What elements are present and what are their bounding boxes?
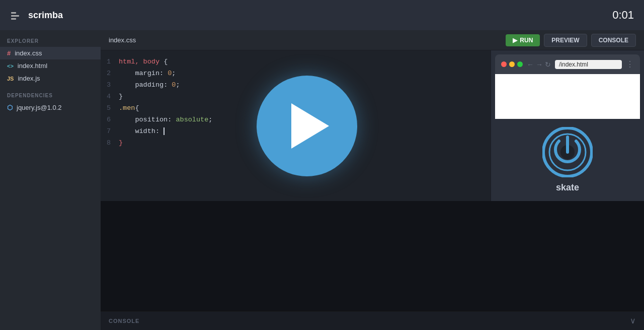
maximize-dot[interactable] (517, 61, 523, 67)
browser-content (495, 74, 640, 119)
sidebar-item-html[interactable]: <> index.html (0, 59, 101, 72)
skate-icon (542, 127, 593, 177)
back-icon[interactable]: ← (527, 60, 534, 69)
code-line: 1 html, body { (101, 56, 491, 68)
svg-rect-0 (11, 12, 16, 14)
console-bar[interactable]: CONSOLE ∨ (101, 311, 644, 330)
minimize-dot[interactable] (509, 61, 515, 67)
preview-panel: ← → ↻ /index.html ⋮ (491, 50, 644, 201)
browser-traffic-lights (501, 61, 523, 67)
play-triangle-icon (291, 103, 329, 149)
html-icon: <> (7, 63, 14, 69)
editor-preview-area: 1 html, body { 2 margin: 0; 3 padding: 0… (101, 50, 644, 201)
dependency-icon: ⬡ (7, 104, 13, 111)
timer: 0:01 (612, 9, 634, 22)
sidebar-dep-jquery[interactable]: ⬡ jquery.js@1.0.2 (0, 101, 101, 114)
scrimba-logo-icon (10, 8, 24, 22)
reload-icon[interactable]: ↻ (545, 60, 551, 69)
browser-url-bar[interactable]: /index.html (555, 60, 622, 69)
dependencies-label: DEPENDENCIES (0, 93, 101, 98)
sidebar-item-css[interactable]: # index.css (0, 47, 101, 59)
sidebar-file-js: index.js (18, 75, 40, 82)
logo: scrimba (10, 8, 63, 22)
preview-bottom: skate (491, 119, 644, 201)
console-button[interactable]: CONSOLE (591, 34, 636, 47)
file-tab[interactable]: index.css (109, 36, 136, 44)
editor-header: index.css ▶ RUN PREVIEW CONSOLE (101, 30, 644, 50)
main-layout: EXPLORER # index.css <> index.html JS in… (0, 30, 644, 330)
run-label: RUN (520, 37, 533, 44)
header: scrimba 0:01 (0, 0, 644, 30)
browser-chrome: ← → ↻ /index.html ⋮ (495, 54, 640, 74)
explorer-label: EXPLORER (0, 38, 101, 44)
close-dot[interactable] (501, 61, 507, 67)
browser-menu-icon[interactable]: ⋮ (626, 59, 634, 69)
browser-nav: ← → ↻ (527, 60, 551, 69)
svg-rect-2 (11, 18, 16, 20)
play-button[interactable] (257, 76, 357, 176)
sidebar-file-css: index.css (15, 49, 42, 57)
toolbar: ▶ RUN PREVIEW CONSOLE (506, 34, 636, 47)
js-icon: JS (7, 76, 14, 82)
editor-bottom-area (101, 201, 644, 311)
run-button[interactable]: ▶ RUN (506, 34, 540, 46)
sidebar-item-js[interactable]: JS index.js (0, 72, 101, 85)
skate-label: skate (556, 182, 579, 193)
console-label: CONSOLE (109, 318, 139, 324)
dep-name: jquery.js@1.0.2 (17, 104, 62, 111)
forward-icon[interactable]: → (536, 60, 543, 69)
hash-icon: # (7, 49, 11, 57)
logo-text: scrimba (28, 10, 63, 21)
sidebar-file-html: index.html (18, 62, 47, 70)
content-area: index.css ▶ RUN PREVIEW CONSOLE 1 html, … (101, 30, 644, 330)
sidebar: EXPLORER # index.css <> index.html JS in… (0, 30, 101, 330)
preview-button[interactable]: PREVIEW (544, 34, 587, 47)
svg-rect-1 (11, 15, 19, 17)
chevron-down-icon[interactable]: ∨ (630, 316, 636, 325)
run-icon: ▶ (513, 37, 517, 44)
